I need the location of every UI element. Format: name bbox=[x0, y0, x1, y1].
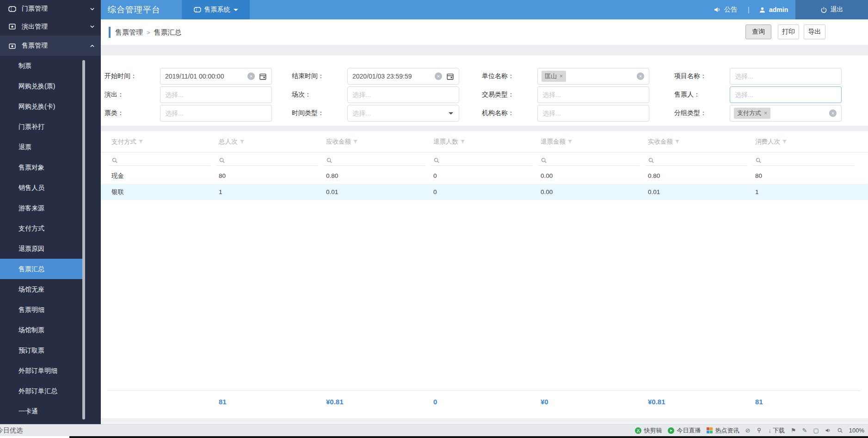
start-time-value[interactable] bbox=[160, 68, 271, 84]
system-tab-ticketing[interactable]: 售票系统 bbox=[182, 0, 250, 19]
ticket-type-value[interactable] bbox=[160, 105, 271, 121]
session-input[interactable] bbox=[347, 86, 459, 103]
show-input[interactable] bbox=[160, 86, 272, 103]
hot-news-app[interactable]: 热点资讯 bbox=[707, 426, 739, 435]
sidebar-item-refund[interactable]: 退票 bbox=[0, 137, 85, 157]
selected-tag[interactable]: 匡山× bbox=[542, 71, 566, 82]
flag-icon[interactable]: ⚑ bbox=[791, 425, 796, 436]
time-type-value[interactable] bbox=[348, 105, 459, 121]
sidebar-item-external-order-summary[interactable]: 外部订单汇总 bbox=[0, 381, 85, 401]
sidebar-item-ticket-management[interactable]: 门票管理 bbox=[0, 0, 101, 18]
filter-funnel-icon[interactable] bbox=[240, 139, 245, 144]
user-menu[interactable]: admin bbox=[759, 0, 788, 19]
organization-name-value[interactable] bbox=[538, 105, 649, 121]
filter-funnel-icon[interactable] bbox=[782, 139, 787, 144]
download-button[interactable]: ↓ 下载 bbox=[768, 425, 785, 436]
filter-funnel-icon[interactable] bbox=[567, 139, 573, 144]
project-name-input[interactable] bbox=[730, 68, 842, 85]
end-time-value[interactable] bbox=[348, 68, 459, 84]
sidebar-item-sales-summary[interactable]: 售票汇总 bbox=[0, 259, 85, 279]
pin-icon[interactable] bbox=[756, 427, 762, 433]
chevron-down-icon[interactable] bbox=[449, 112, 453, 115]
clear-icon[interactable]: × bbox=[435, 73, 442, 80]
sidebar-item-sales-staff[interactable]: 销售人员 bbox=[0, 177, 85, 198]
sidebar-item-visitor-source[interactable]: 游客来源 bbox=[0, 198, 85, 218]
speaker-icon[interactable] bbox=[825, 427, 831, 433]
window-icon[interactable]: ▢ bbox=[813, 425, 819, 436]
start-time-input[interactable]: × bbox=[160, 68, 272, 85]
sidebar-item-sales-target[interactable]: 售票对象 bbox=[0, 157, 85, 177]
zoom-level[interactable]: 100% bbox=[849, 427, 864, 434]
sidebar-item-all-in-one-card[interactable]: 一卡通 bbox=[0, 401, 85, 421]
sidebar-item-make-ticket[interactable]: 制票 bbox=[0, 55, 85, 76]
calendar-icon[interactable] bbox=[446, 73, 454, 80]
column-search-input[interactable] bbox=[219, 153, 326, 168]
column-header-consumption-visitors[interactable]: 消费人次 bbox=[755, 138, 868, 146]
show-ticket-icon bbox=[8, 23, 16, 30]
remove-tag-icon[interactable]: × bbox=[764, 110, 767, 116]
announcement-button[interactable]: 公告 bbox=[714, 0, 737, 19]
sidebar-item-show-management[interactable]: 演出管理 bbox=[0, 18, 101, 36]
sidebar-item-payment-method[interactable]: 支付方式 bbox=[0, 218, 85, 238]
sidebar-item-online-redeem-card[interactable]: 网购兑换(卡) bbox=[0, 96, 85, 116]
sidebar-item-external-order-detail[interactable]: 外部订单明细 bbox=[0, 360, 85, 381]
filter-funnel-icon[interactable] bbox=[138, 139, 143, 144]
column-search-input[interactable] bbox=[755, 153, 868, 168]
sidebar-item-reservation-pickup[interactable]: 预订取票 bbox=[0, 340, 85, 360]
time-type-dropdown[interactable] bbox=[347, 105, 459, 122]
end-time-input[interactable]: × bbox=[347, 68, 459, 85]
column-header-payment-method[interactable]: 支付方式 bbox=[111, 138, 219, 146]
group-type-input[interactable]: 支付方式× × bbox=[730, 105, 842, 122]
sidebar-item-online-redeem-ticket[interactable]: 网购兑换(票) bbox=[0, 76, 85, 96]
live-icon bbox=[668, 427, 674, 434]
clear-icon[interactable]: × bbox=[637, 73, 644, 80]
column-header-refund-amount[interactable]: 退票金额 bbox=[541, 138, 648, 146]
unit-name-input[interactable]: 匡山× × bbox=[537, 68, 649, 85]
sidebar-item-ticket-reprint[interactable]: 门票补打 bbox=[0, 116, 85, 137]
logout-button[interactable]: 退出 bbox=[795, 0, 868, 19]
selected-tag[interactable]: 支付方式× bbox=[734, 108, 770, 119]
column-header-refund-count[interactable]: 退票人数 bbox=[433, 138, 541, 146]
clear-icon[interactable]: × bbox=[829, 110, 837, 117]
sidebar-item-sales-detail[interactable]: 售票明细 bbox=[0, 299, 85, 320]
clear-icon[interactable]: × bbox=[247, 73, 255, 80]
sidebar-item-ticket-sales-management[interactable]: 售票管理 bbox=[0, 36, 101, 56]
filter-funnel-icon[interactable] bbox=[460, 139, 465, 144]
export-button[interactable]: 导出 bbox=[804, 24, 825, 39]
transaction-type-input[interactable] bbox=[537, 86, 649, 103]
quick-edit-app[interactable]: 快剪辑 bbox=[635, 426, 662, 435]
project-name-value[interactable] bbox=[730, 68, 841, 84]
sidebar-scrollbar[interactable] bbox=[82, 60, 85, 420]
filter-funnel-icon[interactable] bbox=[675, 139, 680, 144]
taskbar-left-label[interactable]: 今日优选 bbox=[0, 425, 23, 436]
zoom-icon[interactable] bbox=[837, 427, 843, 433]
session-value[interactable] bbox=[348, 87, 459, 103]
breadcrumb: 售票管理>售票汇总 bbox=[115, 19, 182, 45]
show-value[interactable] bbox=[160, 87, 271, 103]
column-search-input[interactable] bbox=[541, 153, 648, 168]
print-button[interactable]: 打印 bbox=[778, 24, 799, 39]
search-icon bbox=[111, 157, 118, 164]
ticket-type-input[interactable] bbox=[160, 105, 272, 122]
transaction-type-value[interactable] bbox=[538, 87, 649, 103]
filter-funnel-icon[interactable] bbox=[353, 139, 358, 144]
live-app[interactable]: 今日直播 bbox=[668, 426, 701, 435]
column-search-input[interactable] bbox=[433, 153, 541, 168]
ticket-seller-value[interactable] bbox=[730, 87, 841, 103]
ticket-seller-input[interactable] bbox=[730, 86, 842, 103]
blocker-icon[interactable]: ⊘ bbox=[745, 425, 750, 436]
query-button[interactable]: 查询 bbox=[745, 24, 771, 39]
column-search-input[interactable] bbox=[326, 153, 433, 168]
column-header-actual-amount[interactable]: 实收金额 bbox=[648, 138, 755, 146]
column-search-input[interactable] bbox=[111, 153, 219, 168]
column-search-input[interactable] bbox=[648, 153, 755, 168]
pen-icon[interactable]: ✎ bbox=[802, 425, 807, 436]
sidebar-item-venue-no-seat[interactable]: 场馆无座 bbox=[0, 279, 85, 299]
organization-name-input[interactable] bbox=[537, 105, 649, 122]
column-header-receivable-amount[interactable]: 应收金额 bbox=[326, 138, 433, 146]
sidebar-item-refund-reason[interactable]: 退票原因 bbox=[0, 238, 85, 259]
remove-tag-icon[interactable]: × bbox=[560, 73, 563, 79]
calendar-icon[interactable] bbox=[259, 73, 267, 80]
sidebar-item-venue-make-ticket[interactable]: 场馆制票 bbox=[0, 320, 85, 340]
column-header-total-visitors[interactable]: 总人次 bbox=[219, 138, 326, 146]
